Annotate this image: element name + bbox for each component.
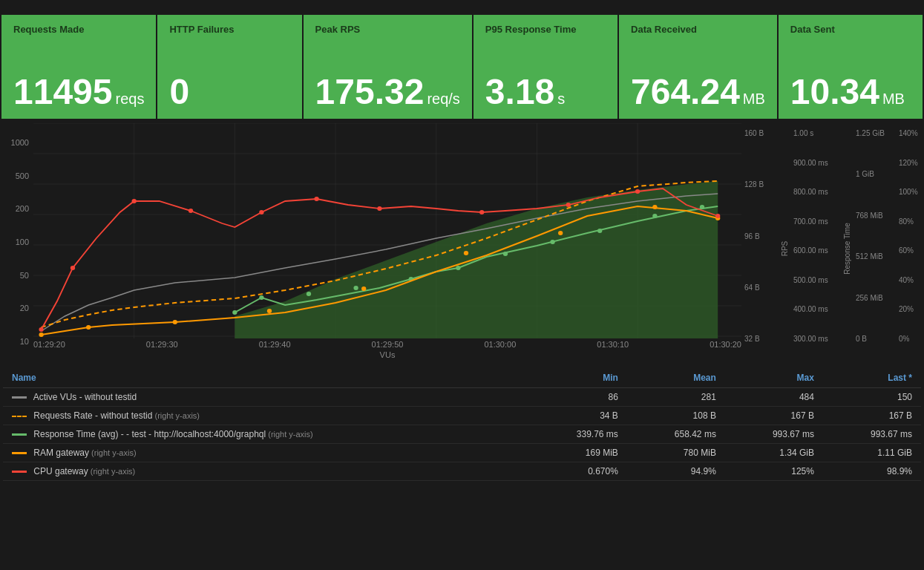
svg-point-27 bbox=[86, 325, 91, 330]
table-row: Active VUs - without testid 86 281 484 1… bbox=[3, 388, 921, 407]
legend-name-4: CPU gateway (right y-axis) bbox=[3, 462, 529, 481]
metric-label-requests-made: Requests Made bbox=[13, 24, 144, 35]
metric-label-p95-response: P95 Response Time bbox=[485, 24, 606, 35]
svg-point-22 bbox=[550, 240, 554, 244]
legend-last-4: 98.9% bbox=[823, 462, 921, 481]
col-mean: Mean bbox=[627, 368, 725, 388]
svg-point-24 bbox=[652, 214, 657, 218]
col-name: Name bbox=[3, 368, 529, 388]
col-last: Last * bbox=[823, 368, 921, 388]
metric-value-peak-rps: 175.32req/s bbox=[315, 74, 460, 110]
svg-point-15 bbox=[232, 310, 237, 315]
legend-max-4: 125% bbox=[725, 462, 823, 481]
metric-value-data-sent: 10.34MB bbox=[790, 74, 911, 110]
legend-max-3: 1.34 GiB bbox=[725, 444, 823, 462]
svg-point-17 bbox=[307, 292, 311, 296]
metric-card-http-failures: HTTP Failures 0 bbox=[157, 15, 301, 119]
metric-value-data-received: 764.24MB bbox=[631, 74, 765, 110]
legend-last-2: 993.67 ms bbox=[823, 425, 921, 444]
legend-table: Name Min Mean Max Last * Active VUs - wi… bbox=[3, 368, 921, 481]
x-label-6: 01:30:10 bbox=[597, 340, 629, 349]
x-label-5: 01:30:00 bbox=[484, 340, 516, 349]
table-row: Requests Rate - without testid (right y-… bbox=[3, 407, 921, 425]
x-label-4: 01:29:50 bbox=[372, 340, 404, 349]
header bbox=[0, 0, 924, 15]
metric-card-requests-made: Requests Made 11495reqs bbox=[1, 15, 156, 119]
y-axis-left: 1000 500 200 100 50 20 10 bbox=[0, 123, 33, 368]
svg-point-21 bbox=[503, 252, 508, 256]
legend-min-2: 339.76 ms bbox=[529, 425, 627, 444]
svg-point-32 bbox=[558, 231, 563, 235]
metric-card-data-sent: Data Sent 10.34MB bbox=[779, 15, 923, 119]
legend-min-1: 34 B bbox=[529, 407, 627, 425]
legend-mean-3: 780 MiB bbox=[627, 444, 725, 462]
legend-last-0: 150 bbox=[823, 388, 921, 407]
svg-point-33 bbox=[652, 205, 657, 209]
legend-min-3: 169 MiB bbox=[529, 444, 627, 462]
legend-section: Name Min Mean Max Last * Active VUs - wi… bbox=[0, 368, 924, 481]
legend-max-2: 993.67 ms bbox=[725, 425, 823, 444]
metric-label-data-received: Data Received bbox=[631, 24, 765, 35]
svg-point-20 bbox=[456, 266, 460, 270]
col-max: Max bbox=[725, 368, 823, 388]
legend-min-0: 86 bbox=[529, 388, 627, 407]
svg-point-38 bbox=[189, 209, 193, 213]
legend-last-1: 167 B bbox=[823, 407, 921, 425]
table-row: CPU gateway (right y-axis) 0.670% 94.9% … bbox=[3, 462, 921, 481]
legend-name-0: Active VUs - without testid bbox=[3, 388, 529, 407]
svg-point-29 bbox=[267, 309, 272, 313]
metric-card-data-received: Data Received 764.24MB bbox=[619, 15, 777, 119]
svg-point-45 bbox=[715, 214, 720, 218]
svg-point-26 bbox=[39, 332, 43, 337]
metrics-row: Requests Made 11495reqs HTTP Failures 0 … bbox=[0, 15, 924, 120]
col-min: Min bbox=[529, 368, 627, 388]
legend-name-1: Requests Rate - without testid (right y-… bbox=[3, 407, 529, 425]
svg-point-35 bbox=[39, 327, 43, 332]
response-time-axis-label: Response Time bbox=[843, 223, 851, 274]
legend-min-4: 0.670% bbox=[529, 462, 627, 481]
metric-card-p95-response: P95 Response Time 3.18s bbox=[474, 15, 617, 119]
rps-axis-label: RPS bbox=[781, 241, 789, 257]
legend-name-3: RAM gateway (right y-axis) bbox=[3, 444, 529, 462]
x-label-3: 01:29:40 bbox=[259, 340, 291, 349]
svg-point-16 bbox=[259, 295, 263, 300]
svg-point-23 bbox=[597, 229, 602, 233]
chart-svg bbox=[33, 123, 741, 338]
metric-value-requests-made: 11495reqs bbox=[13, 74, 144, 110]
svg-point-41 bbox=[377, 206, 381, 211]
table-row: RAM gateway (right y-axis) 169 MiB 780 M… bbox=[3, 444, 921, 462]
x-label-7: 01:30:20 bbox=[710, 340, 741, 349]
svg-point-39 bbox=[259, 210, 263, 214]
table-row: Response Time (avg) - - test - http://lo… bbox=[3, 425, 921, 444]
legend-max-1: 167 B bbox=[725, 407, 823, 425]
legend-last-3: 1.11 GiB bbox=[823, 444, 921, 462]
svg-point-42 bbox=[479, 210, 484, 214]
legend-mean-2: 658.42 ms bbox=[627, 425, 725, 444]
svg-point-37 bbox=[132, 199, 137, 203]
x-axis-label: VUs bbox=[33, 350, 741, 361]
legend-mean-0: 281 bbox=[627, 388, 725, 407]
svg-point-30 bbox=[361, 286, 366, 291]
svg-point-44 bbox=[635, 189, 640, 194]
legend-name-2: Response Time (avg) - - test - http://lo… bbox=[3, 425, 529, 444]
metric-value-p95-response: 3.18s bbox=[485, 74, 606, 110]
svg-point-25 bbox=[700, 205, 704, 209]
x-label-2: 01:29:30 bbox=[146, 340, 178, 349]
legend-mean-1: 108 B bbox=[627, 407, 725, 425]
chart-section: 1000 500 200 100 50 20 10 bbox=[0, 120, 924, 481]
metric-label-http-failures: HTTP Failures bbox=[169, 24, 289, 35]
metric-label-data-sent: Data Sent bbox=[790, 24, 911, 35]
svg-point-18 bbox=[353, 286, 358, 290]
legend-max-0: 484 bbox=[725, 388, 823, 407]
metric-label-peak-rps: Peak RPS bbox=[315, 24, 460, 35]
svg-marker-14 bbox=[235, 181, 718, 338]
svg-point-36 bbox=[71, 266, 75, 270]
metric-value-http-failures: 0 bbox=[169, 74, 289, 110]
legend-mean-4: 94.9% bbox=[627, 462, 725, 481]
svg-point-40 bbox=[314, 197, 318, 201]
svg-point-43 bbox=[566, 203, 571, 207]
svg-point-31 bbox=[464, 251, 468, 255]
metric-card-peak-rps: Peak RPS 175.32req/s bbox=[304, 15, 472, 119]
x-label-1: 01:29:20 bbox=[33, 340, 65, 349]
svg-point-28 bbox=[173, 320, 177, 324]
